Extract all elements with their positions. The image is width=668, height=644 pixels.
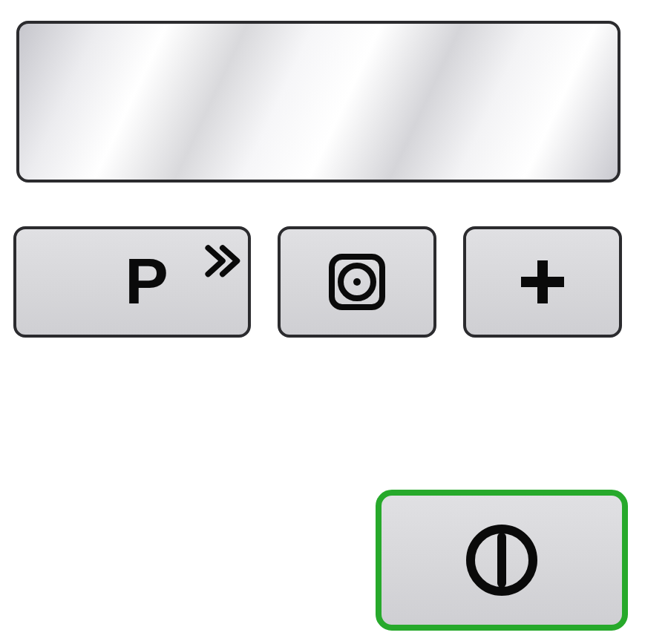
chevrons-right-icon [208,248,237,274]
program-button[interactable]: P [13,226,251,338]
svg-rect-6 [497,533,506,588]
dryer-button[interactable] [278,226,436,338]
program-letter: P [125,245,168,318]
svg-point-2 [353,278,361,286]
program-button-graphic: P [16,226,248,338]
power-start-icon [461,519,543,601]
tumble-dryer-icon [327,252,387,312]
appliance-panel: P + [0,0,668,644]
start-button[interactable] [376,490,628,631]
add-button[interactable]: + [463,226,622,338]
plus-icon [517,256,569,308]
display-window [16,21,620,183]
svg-rect-4 [521,277,564,287]
